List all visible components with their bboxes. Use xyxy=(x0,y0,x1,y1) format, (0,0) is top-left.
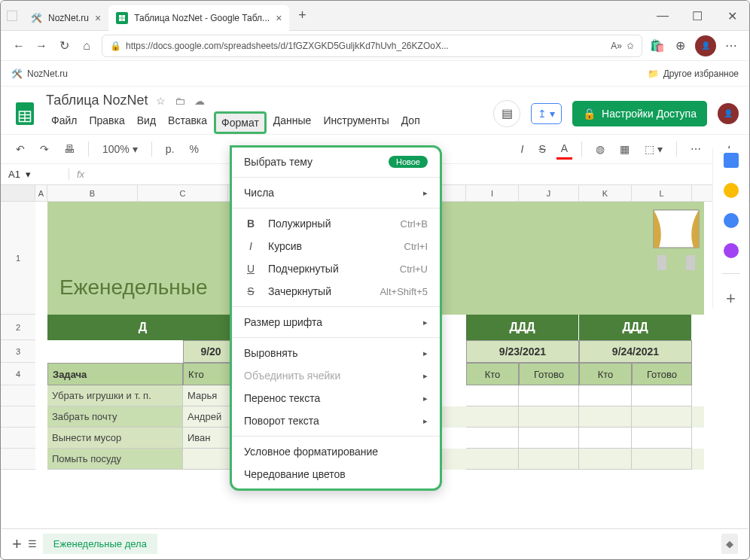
close-window-button[interactable]: ✕ xyxy=(715,1,749,31)
move-icon[interactable]: 🗀 xyxy=(175,95,185,107)
underline-icon: U xyxy=(244,263,258,275)
fx-label: fx xyxy=(69,169,92,180)
present-button[interactable]: ↥ ▾ xyxy=(531,103,562,124)
date-3: 9/24/2021 xyxy=(579,340,692,363)
bookmark-noznet[interactable]: 🛠️ NozNet.ru xyxy=(11,68,68,79)
bookmark-other[interactable]: 📁 Другое избранное xyxy=(648,68,739,79)
borders-button[interactable]: ▦ xyxy=(615,140,634,158)
collections-icon[interactable]: ⊕ xyxy=(672,38,688,53)
menu-strike[interactable]: S ЗачеркнутыйAlt+Shift+5 xyxy=(232,280,440,303)
fillcolor-button[interactable]: ◍ xyxy=(591,140,609,158)
new-tab-button[interactable]: + xyxy=(289,8,316,23)
menu-wrap[interactable]: Перенос текста▸ xyxy=(232,387,440,409)
contacts-icon[interactable] xyxy=(724,243,739,258)
addons-plus-button[interactable]: + xyxy=(726,289,736,309)
menu-data[interactable]: Данные xyxy=(268,111,317,134)
sheets-logo[interactable] xyxy=(11,96,38,132)
sheet-tabs-bar: + ☰ Еженедельные дела ◆ xyxy=(2,528,748,558)
cloud-icon[interactable]: ☁ xyxy=(194,95,205,107)
home-button[interactable]: ⌂ xyxy=(79,39,94,53)
menu-underline[interactable]: U ПодчеркнутыйCtrl+U xyxy=(232,257,440,280)
favorite-icon[interactable]: ✩ xyxy=(627,41,634,51)
task-cell[interactable]: Убрать игрушки и т. п. xyxy=(47,385,183,406)
format-menu: Выбрать тему Новое Числа▸ B ПолужирныйCt… xyxy=(230,145,442,491)
doc-title[interactable]: Таблица NozNet xyxy=(46,93,148,108)
back-button[interactable]: ← xyxy=(11,39,26,53)
undo-button[interactable]: ↶ xyxy=(11,140,29,158)
col-A[interactable]: A xyxy=(35,185,47,201)
keep-icon[interactable] xyxy=(724,183,739,198)
redo-button[interactable]: ↷ xyxy=(35,140,53,158)
share-button[interactable]: 🔒 Настройки Доступа xyxy=(572,101,707,126)
col-C[interactable]: C xyxy=(138,185,228,201)
explore-button[interactable]: ◆ xyxy=(721,534,738,554)
account-avatar[interactable]: 👤 xyxy=(718,103,739,124)
currency-button[interactable]: р. xyxy=(161,140,179,158)
comments-button[interactable]: ▤ xyxy=(493,100,520,127)
add-sheet-button[interactable]: + xyxy=(12,534,22,554)
task-cell[interactable]: Помыть посуду xyxy=(47,449,183,470)
star-icon[interactable]: ☆ xyxy=(156,95,166,107)
menu-format[interactable]: Формат xyxy=(214,111,267,134)
more-button[interactable]: ⋯ xyxy=(686,140,706,158)
col-J[interactable]: J xyxy=(519,185,579,201)
name-box[interactable]: A1 ▾ xyxy=(1,169,69,180)
calendar-icon[interactable] xyxy=(724,153,739,168)
menu-view[interactable]: Вид xyxy=(132,111,161,134)
menu-numbers[interactable]: Числа▸ xyxy=(232,181,440,204)
menu-addons[interactable]: Доп xyxy=(396,111,425,134)
row-1[interactable]: 1 xyxy=(1,202,35,315)
task-cell[interactable]: Вынести мусор xyxy=(47,428,183,449)
browser-tab-2[interactable]: Таблица NozNet - Google Табл... × xyxy=(108,5,289,31)
minimize-button[interactable]: — xyxy=(645,1,680,31)
row-4[interactable]: 4 xyxy=(1,363,35,385)
print-button[interactable]: 🖶 xyxy=(59,140,79,158)
task-cell[interactable]: Забрать почту xyxy=(47,406,183,428)
profile-avatar[interactable]: 👤 xyxy=(695,35,716,56)
menu-tools[interactable]: Инструменты xyxy=(318,111,394,134)
textcolor-button[interactable]: A xyxy=(556,139,572,160)
url-input[interactable]: 🔒 https://docs.google.com/spreadsheets/d… xyxy=(102,35,642,57)
menu-align[interactable]: Выровнять▸ xyxy=(232,342,440,364)
reader-icon[interactable]: A» xyxy=(611,41,622,51)
percent-button[interactable]: % xyxy=(184,140,203,158)
menu-altcolors[interactable]: Чередование цветов xyxy=(232,463,440,485)
all-sheets-button[interactable]: ☰ xyxy=(28,538,37,549)
reload-button[interactable]: ↻ xyxy=(56,38,72,53)
subhead-done-3: Готово xyxy=(632,363,692,385)
menu-fontsize[interactable]: Размер шрифта▸ xyxy=(232,311,440,333)
italic-button[interactable]: I xyxy=(517,140,529,158)
shopping-icon[interactable]: 🛍️ xyxy=(650,38,665,53)
col-B[interactable]: B xyxy=(47,185,138,201)
col-L[interactable]: L xyxy=(632,185,692,201)
menu-italic[interactable]: I КурсивCtrl+I xyxy=(232,235,440,257)
menu-insert[interactable]: Вставка xyxy=(163,111,212,134)
menu-rotate[interactable]: Поворот текста▸ xyxy=(232,409,440,432)
col-K[interactable]: K xyxy=(579,185,632,201)
menu-conditional[interactable]: Условное форматирование xyxy=(232,440,440,463)
close-icon[interactable]: × xyxy=(95,12,101,24)
menu-file[interactable]: Файл xyxy=(46,111,82,134)
window-controls: — ☐ ✕ xyxy=(645,1,749,31)
browser-tab-1[interactable]: 🛠️ NozNet.ru × xyxy=(23,5,108,31)
col-I[interactable]: I xyxy=(466,185,519,201)
menu-theme[interactable]: Выбрать тему Новое xyxy=(232,151,440,173)
browser-menu[interactable]: ⋯ xyxy=(724,38,739,53)
folder-icon: 📁 xyxy=(648,68,659,79)
zoom-select[interactable]: 100% ▾ xyxy=(98,140,142,158)
sheet-tab-1[interactable]: Еженедельные дела xyxy=(43,534,157,554)
forward-button[interactable]: → xyxy=(34,39,49,53)
wrench-icon: 🛠️ xyxy=(11,68,23,79)
row-2[interactable]: 2 xyxy=(1,315,35,340)
strike-button[interactable]: S xyxy=(534,140,550,158)
close-icon[interactable]: × xyxy=(276,12,282,24)
svg-rect-10 xyxy=(657,255,666,270)
tab-actions-icon[interactable] xyxy=(7,11,17,21)
row-3[interactable]: 3 xyxy=(1,340,35,363)
merge-button[interactable]: ⬚ ▾ xyxy=(640,140,667,158)
menu-bold[interactable]: B ПолужирныйCtrl+B xyxy=(232,212,440,235)
select-all-corner[interactable] xyxy=(1,185,35,201)
tasks-icon[interactable] xyxy=(724,213,739,228)
maximize-button[interactable]: ☐ xyxy=(680,1,715,31)
menu-edit[interactable]: Правка xyxy=(84,111,130,134)
